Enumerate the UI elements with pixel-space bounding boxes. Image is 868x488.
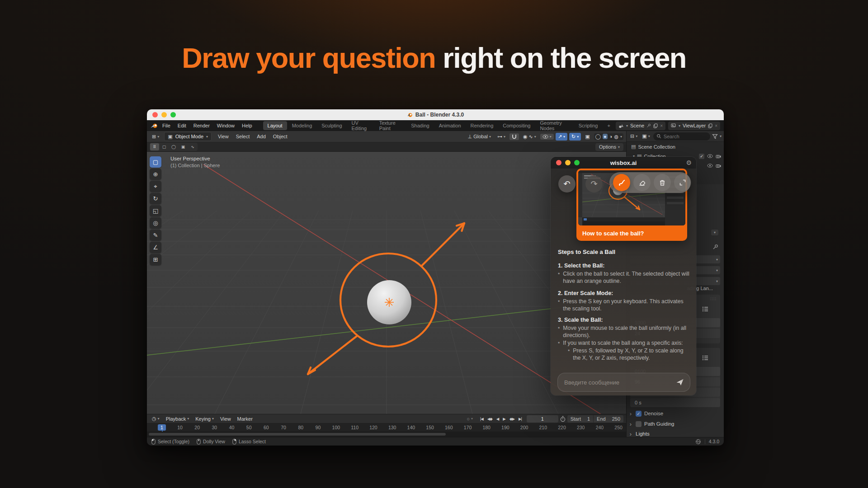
mode-selector[interactable]: ▣Object Mode▾ [164,132,212,141]
stopwatch-icon[interactable] [560,416,566,422]
copy-icon[interactable] [708,123,712,128]
unlink-icon[interactable]: × [660,123,663,128]
transport-button[interactable]: ◀ [495,416,501,422]
timeline-editor-type-button[interactable]: ◷ ▾ [150,415,162,422]
select-mode-button[interactable]: ∿ [188,143,197,150]
playback-menu[interactable]: Playback▾ [164,416,192,422]
workspace-tab[interactable]: Shading [406,121,434,130]
transport-button[interactable]: |◀ [478,416,485,422]
visibility-dropdown[interactable]: ▾ [540,134,554,140]
redo-button[interactable]: ↷ [585,175,603,192]
outliner-filter-mode[interactable]: ▣ ▾ [641,133,651,140]
gear-icon[interactable]: ⚙ [686,159,692,166]
select-mode-button[interactable]: ◯ [169,143,178,150]
eraser-button[interactable] [633,174,651,191]
undo-button[interactable]: ↶ [558,175,576,192]
shading-material-button[interactable]: ◑ [609,134,613,139]
filter-funnel-icon[interactable] [712,134,718,139]
current-frame-field[interactable]: 1 [527,415,558,422]
menubar-item[interactable]: File [159,122,174,130]
view-menu[interactable]: View [218,416,233,422]
outliner-search[interactable] [653,132,710,141]
transport-button[interactable]: ▶ [501,416,507,422]
copy-icon[interactable] [653,123,658,128]
snap-magnet-button[interactable] [509,133,519,140]
transport-button[interactable]: ◀◆ [486,416,494,422]
workspace-tab[interactable]: Compositing [498,121,535,130]
timeline-scrollbar[interactable] [149,433,446,436]
clear-trash-button[interactable] [654,174,671,191]
viewlayer-selector[interactable]: ▾ ViewLayer × [668,122,720,130]
workspace-tab[interactable]: Sculpting [317,121,346,130]
search-input[interactable] [664,134,695,139]
resize-capture-button[interactable] [674,174,691,191]
orientation-selector[interactable]: ⊥ Global ▾ [466,133,493,141]
transport-button[interactable]: ◆▶ [508,416,516,422]
panel-denoise[interactable]: › ✓ Denoise [628,408,723,418]
options-button[interactable]: Options▾ [595,143,623,151]
menubar-item[interactable]: Edit [174,122,190,130]
checkbox-checked-icon[interactable]: ✓ [636,411,642,417]
pin-icon[interactable] [712,244,718,250]
checkbox-empty-icon[interactable] [636,421,642,427]
workspace-tab[interactable]: Rendering [466,121,498,130]
expand-icon[interactable]: › [628,410,633,417]
timeline-ruler[interactable]: 1102030405060708090100110120130140150160… [147,423,626,432]
menubar-item[interactable]: Render [190,122,213,130]
outliner-display-mode[interactable]: ⊟ ▾ [629,133,639,140]
tool-button[interactable]: ✎ [150,230,161,241]
tool-button[interactable]: ↻ [150,193,161,204]
xray-button[interactable]: ▣ [583,133,592,141]
workspace-tab[interactable]: Scripting [574,121,603,130]
camera-icon[interactable] [716,154,721,159]
workspace-tab[interactable]: Modeling [288,121,317,130]
draw-tool-button[interactable] [613,174,630,191]
panel-lights[interactable]: › Lights [628,429,723,437]
snap-target-button[interactable]: ⊶ ▾ [495,133,508,141]
select-mode-button[interactable]: ⠿ [150,143,159,150]
tool-button[interactable]: ⊞ [150,254,161,265]
tool-button[interactable]: ▢ [150,156,161,168]
send-icon[interactable] [675,378,684,387]
frame-range[interactable]: Start1 End250 [567,415,623,422]
list-icon[interactable] [702,355,708,361]
menubar-item[interactable]: Window [213,122,238,130]
unlink-icon[interactable]: × [715,123,717,128]
viewport-menu-item[interactable]: Object [269,132,291,141]
tool-button[interactable]: ◱ [150,205,161,216]
tool-button[interactable]: ∠ [150,242,161,253]
workspace-tab[interactable]: + [603,121,614,130]
expand-icon[interactable]: › [628,421,633,427]
proportional-edit-button[interactable]: ◉ ∿ ▾ [521,133,538,141]
outliner-row-scene-collection[interactable]: ▤Scene Collection [627,142,724,151]
checkbox-icon[interactable]: ✓ [699,154,704,159]
tool-button[interactable]: ⊕ [150,169,161,180]
shading-rendered-button[interactable]: ◍ [614,134,618,140]
eye-icon[interactable] [707,154,713,158]
editor-type-button[interactable]: ⊞ ▾ [150,133,161,141]
workspace-tab[interactable]: Animation [434,121,466,130]
select-mode-button[interactable]: ▣ [179,143,188,150]
viewport-menu-item[interactable]: View [214,132,232,141]
camera-icon[interactable] [716,164,721,168]
viewport-menu-item[interactable]: Add [253,132,269,141]
properties-value-field[interactable]: 0 s [630,398,720,407]
keying-menu[interactable]: Keying▾ [193,416,216,422]
list-icon[interactable] [702,306,708,312]
expand-icon[interactable]: › [628,431,633,437]
pin-icon[interactable] [646,123,651,128]
viewport-menu-item[interactable]: Select [232,132,254,141]
overlays-button[interactable]: ↻ ▾ [569,133,581,141]
chevron-down-icon[interactable]: ▾ [711,230,718,235]
message-input[interactable] [564,379,675,386]
menubar-item[interactable]: Help [238,122,256,130]
transport-button[interactable]: ▶| [517,416,524,422]
eye-icon[interactable] [707,164,713,168]
panel-path-guiding[interactable]: › Path Guiding [628,419,723,429]
tool-button[interactable]: ⌖ [150,181,161,192]
gizmo-button[interactable]: ↗ ▾ [556,133,567,141]
workspace-tab[interactable]: Layout [263,121,287,130]
shading-wireframe-button[interactable]: ◯ [595,134,601,140]
scene-selector[interactable]: ▾ Scene × [616,122,665,130]
marker-menu[interactable]: Marker [235,416,255,422]
